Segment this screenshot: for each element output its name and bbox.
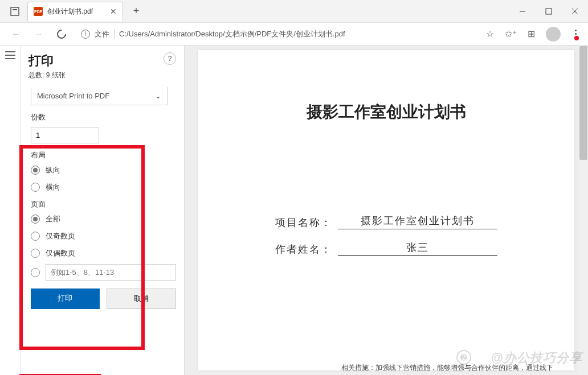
layout-portrait-option[interactable]: 纵向 (31, 165, 176, 175)
menu-icon[interactable] (570, 28, 581, 40)
pages-custom-option[interactable] (31, 264, 176, 281)
field-row: 作者姓名： 张三 (275, 241, 497, 256)
close-icon[interactable] (562, 2, 588, 20)
profile-avatar[interactable] (546, 27, 561, 42)
radio-icon (31, 183, 40, 192)
side-panel-toggle[interactable] (0, 46, 21, 375)
favorites-icon[interactable]: ✩⁺ (505, 28, 516, 40)
layout-label: 布局 (31, 150, 176, 160)
svg-rect-0 (11, 7, 19, 15)
star-icon[interactable]: ☆ (484, 28, 496, 40)
radio-label: 全部 (46, 214, 60, 224)
refresh-button[interactable] (52, 25, 71, 43)
radio-icon (31, 268, 40, 277)
radio-label: 纵向 (46, 165, 60, 175)
pages-even-option[interactable]: 仅偶数页 (31, 248, 176, 258)
url-text: C:/Users/Administrator/Desktop/文档示例/PDF文… (119, 29, 474, 39)
collections-icon[interactable]: ⊞ (525, 28, 537, 40)
radio-label: 仅奇数页 (46, 231, 75, 241)
pdf-icon: PDF (34, 7, 43, 16)
maximize-icon[interactable] (536, 2, 562, 20)
copies-input[interactable]: 1 (31, 127, 99, 143)
field-value: 张三 (338, 241, 497, 256)
radio-selected-icon (31, 215, 40, 224)
pages-label: 页面 (31, 199, 176, 209)
svg-rect-3 (546, 9, 552, 14)
field-row: 项目名称： 摄影工作室创业计划书 (275, 214, 497, 229)
url-scheme: 文件 (95, 29, 115, 39)
field-label: 项目名称： (275, 216, 338, 229)
tab-title: 创业计划书.pdf (47, 7, 93, 17)
background-text: 相关措施：加强线下营销措施，能够增强与合作伙伴的距离，通过线下 (341, 363, 553, 373)
tab[interactable]: PDF 创业计划书.pdf ✕ (27, 2, 123, 21)
info-icon[interactable]: i (81, 30, 90, 39)
window-controls (509, 2, 588, 20)
field-label: 作者姓名： (275, 242, 338, 256)
title-bar: PDF 创业计划书.pdf ✕ + (0, 0, 588, 23)
address-field[interactable]: i 文件 C:/Users/Administrator/Desktop/文档示例… (75, 29, 480, 39)
new-tab-button[interactable]: + (128, 3, 145, 20)
svg-rect-1 (13, 9, 17, 10)
tab-strip: PDF 创业计划书.pdf ✕ + (0, 1, 509, 22)
help-icon[interactable]: ? (164, 52, 176, 65)
tab-close-icon[interactable]: ✕ (110, 7, 117, 16)
forward-button[interactable]: → (30, 25, 48, 43)
pages-all-option[interactable]: 全部 (31, 214, 176, 224)
doc-title: 摄影工作室创业计划书 (221, 101, 552, 123)
address-bar: ← → i 文件 C:/Users/Administrator/Desktop/… (0, 23, 588, 46)
radio-icon (31, 249, 40, 258)
cancel-button[interactable]: 取消 (107, 289, 177, 309)
copies-label: 份数 (31, 112, 176, 122)
pages-odd-option[interactable]: 仅奇数页 (31, 231, 176, 241)
field-value: 摄影工作室创业计划书 (338, 214, 497, 229)
print-preview: 摄影工作室创业计划书 项目名称： 摄影工作室创业计划书 作者姓名： 张三 相关措… (185, 46, 588, 375)
radio-label: 仅偶数页 (46, 248, 75, 258)
printer-select-value: Microsoft Print to PDF (37, 92, 109, 100)
pages-range-input[interactable] (46, 264, 176, 281)
radio-label: 横向 (46, 182, 60, 192)
scrollbar[interactable] (579, 46, 588, 375)
preview-page: 摄影工作室创业计划书 项目名称： 摄影工作室创业计划书 作者姓名： 张三 (198, 50, 574, 370)
print-panel: 打印 总数: 9 纸张 ? Microsoft Print to PDF ⌄ 份… (21, 46, 185, 375)
panel-title: 打印 (28, 52, 66, 69)
radio-selected-icon (31, 166, 40, 175)
back-button[interactable]: ← (7, 25, 25, 43)
scrollbar-thumb[interactable] (579, 46, 587, 160)
chevron-down-icon: ⌄ (155, 92, 161, 100)
panel-subtitle: 总数: 9 纸张 (28, 71, 66, 80)
radio-icon (31, 232, 40, 241)
layout-landscape-option[interactable]: 横向 (31, 182, 176, 192)
printer-select[interactable]: Microsoft Print to PDF ⌄ (31, 87, 168, 105)
print-button[interactable]: 打印 (31, 289, 100, 309)
minimize-icon[interactable] (509, 2, 536, 20)
tab-manager-icon[interactable] (5, 1, 25, 22)
